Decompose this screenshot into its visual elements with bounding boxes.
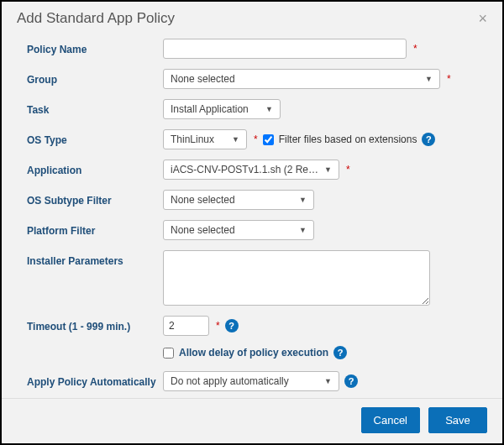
row-policy-name: Policy Name * — [27, 39, 487, 59]
task-select[interactable]: Install Application ▼ — [163, 99, 281, 119]
required-marker: * — [346, 164, 350, 175]
row-task: Task Install Application ▼ — [27, 99, 487, 119]
chevron-down-icon: ▼ — [324, 165, 332, 174]
help-icon[interactable]: ? — [422, 133, 435, 146]
required-marker: * — [447, 73, 451, 85]
chevron-down-icon: ▼ — [265, 105, 273, 113]
row-allow-delay: Allow delay of policy execution ? — [163, 346, 487, 359]
os-type-select[interactable]: ThinLinux ▼ — [163, 129, 247, 149]
os-subtype-filter-value: None selected — [171, 194, 235, 206]
required-marker: * — [254, 134, 258, 145]
dialog-body: Policy Name * Group None selected ▼ * Ta… — [2, 30, 502, 398]
task-select-value: Install Application — [171, 103, 249, 115]
row-platform-filter: Platform Filter None selected ▼ — [27, 220, 487, 240]
help-icon[interactable]: ? — [333, 346, 347, 359]
apply-auto-value: Do not apply automatically — [171, 375, 289, 387]
chevron-down-icon: ▼ — [299, 196, 307, 204]
add-standard-app-policy-dialog: Add Standard App Policy × Policy Name * … — [2, 2, 502, 443]
chevron-down-icon: ▼ — [299, 226, 307, 234]
platform-filter-value: None selected — [171, 224, 235, 236]
application-select[interactable]: iACS-CNV-POSTv1.1.sh (2 Reposi ▼ — [163, 160, 339, 180]
label-timeout: Timeout (1 - 999 min.) — [27, 316, 163, 332]
label-os-subtype-filter: OS Subtype Filter — [27, 190, 163, 207]
group-select[interactable]: None selected ▼ — [163, 69, 440, 89]
help-icon[interactable]: ? — [225, 319, 239, 332]
row-os-subtype-filter: OS Subtype Filter None selected ▼ — [27, 190, 487, 210]
label-group: Group — [27, 69, 163, 86]
allow-delay-checkbox[interactable] — [163, 348, 174, 359]
required-marker: * — [216, 320, 220, 332]
dialog-header: Add Standard App Policy × — [2, 2, 502, 30]
dialog-title: Add Standard App Policy — [17, 10, 175, 27]
label-platform-filter: Platform Filter — [27, 220, 163, 237]
policy-name-input[interactable] — [163, 39, 407, 59]
label-application: Application — [27, 160, 163, 176]
label-os-type: OS Type — [27, 129, 163, 146]
row-application: Application iACS-CNV-POSTv1.1.sh (2 Repo… — [27, 160, 487, 180]
label-installer-parameters: Installer Parameters — [27, 250, 163, 267]
installer-parameters-textarea[interactable] — [163, 250, 430, 306]
os-type-select-value: ThinLinux — [171, 134, 214, 145]
filter-extensions-checkbox[interactable] — [263, 134, 274, 145]
platform-filter-select[interactable]: None selected ▼ — [163, 220, 314, 240]
row-timeout: Timeout (1 - 999 min.) * ? — [27, 316, 487, 336]
chevron-down-icon: ▼ — [425, 75, 433, 83]
close-icon[interactable]: × — [478, 11, 487, 26]
os-subtype-filter-select[interactable]: None selected ▼ — [163, 190, 314, 210]
label-policy-name: Policy Name — [27, 39, 163, 55]
label-task: Task — [27, 99, 163, 116]
help-icon[interactable]: ? — [344, 374, 358, 388]
label-apply-auto: Apply Policy Automatically — [27, 371, 163, 388]
filter-extensions-label: Filter files based on extensions — [279, 134, 417, 145]
save-button[interactable]: Save — [428, 407, 487, 433]
apply-auto-select[interactable]: Do not apply automatically ▼ — [163, 371, 339, 391]
group-select-value: None selected — [171, 73, 235, 85]
row-os-type: OS Type ThinLinux ▼ * Filter files based… — [27, 129, 487, 149]
chevron-down-icon: ▼ — [324, 377, 332, 385]
cancel-button[interactable]: Cancel — [361, 407, 420, 433]
row-installer-parameters: Installer Parameters — [27, 250, 487, 306]
timeout-input[interactable] — [163, 316, 209, 336]
chevron-down-icon: ▼ — [232, 135, 239, 144]
allow-delay-label: Allow delay of policy execution — [179, 347, 328, 359]
dialog-footer: Cancel Save — [2, 398, 502, 443]
row-apply-auto: Apply Policy Automatically Do not apply … — [27, 371, 487, 391]
row-group: Group None selected ▼ * — [27, 69, 487, 89]
application-select-value: iACS-CNV-POSTv1.1.sh (2 Reposi — [171, 164, 319, 175]
required-marker: * — [413, 43, 417, 55]
